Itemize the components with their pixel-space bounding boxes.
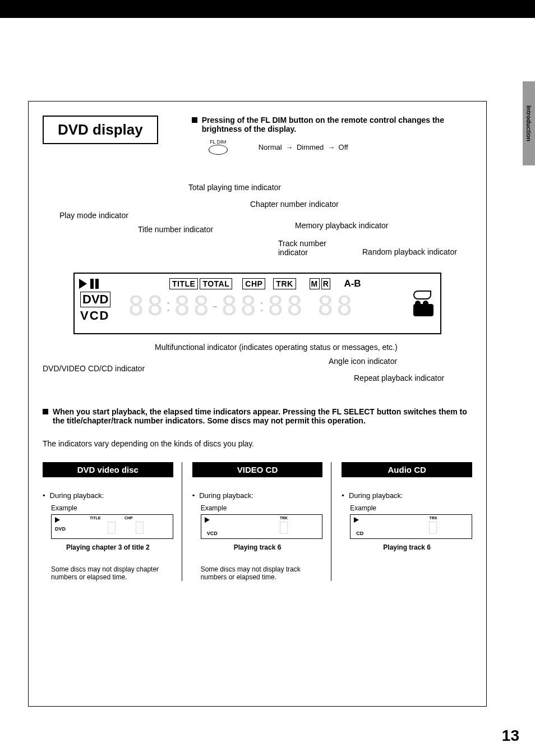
col-dvd-during: During playback: xyxy=(50,491,104,500)
play-icon xyxy=(79,279,87,289)
disc-type-columns: DVD video disc •During playback: Example… xyxy=(43,462,472,581)
play-icon xyxy=(55,517,60,523)
state-off: Off xyxy=(339,143,348,151)
panel-m: M xyxy=(310,278,320,289)
playback-note-text: When you start playback, the elapsed tim… xyxy=(53,407,472,425)
arrow-icon: → xyxy=(328,143,335,151)
col-vcd-note: Some discs may not display track numbers… xyxy=(201,565,323,581)
play-icon xyxy=(354,517,359,523)
panel-chp: CHP xyxy=(242,278,265,289)
sub-note: The indicators vary depending on the kin… xyxy=(43,439,472,448)
pause-icon xyxy=(90,279,99,289)
label-total-time: Total playing time indicator xyxy=(188,183,281,192)
arrow-icon: → xyxy=(285,143,293,151)
side-tab-label: Introduction xyxy=(525,105,532,141)
col-vcd-example: Example xyxy=(201,504,323,512)
camera-angle-icon xyxy=(413,304,433,316)
col-vcd-during: During playback: xyxy=(199,491,253,500)
side-tab: Introduction xyxy=(523,81,535,165)
col-dvd-caption: Playing chapter 3 of title 2 xyxy=(43,543,173,551)
display-panel: TITLE TOTAL CHP TRK M R A-B DVD VCD : - … xyxy=(73,273,441,334)
col-vcd-header: VIDEO CD xyxy=(192,462,323,477)
disc-type-labels: DVD VCD xyxy=(80,292,110,323)
col-cd-header: Audio CD xyxy=(342,462,472,477)
indicator-labels-bottom: Multifunctional indicator (indicates ope… xyxy=(43,334,472,385)
label-title-num: Title number indicator xyxy=(138,225,213,234)
col-dvd-note: Some discs may not display chapter numbe… xyxy=(51,565,173,581)
col-cd-during: During playback: xyxy=(349,491,403,500)
page-number: 13 xyxy=(502,727,519,745)
panel-ab: A-B xyxy=(344,278,361,289)
repeat-icon xyxy=(413,291,431,299)
state-dimmed: Dimmed xyxy=(297,143,324,151)
fl-dim-section: Pressing of the FL DIM button on the rem… xyxy=(192,116,472,155)
col-cd-caption: Playing track 6 xyxy=(342,543,472,551)
panel-trk: TRK xyxy=(273,278,296,289)
label-chapter-num: Chapter number indicator xyxy=(250,200,339,209)
playback-note: When you start playback, the elapsed tim… xyxy=(43,407,472,425)
fl-dim-button-icon xyxy=(209,145,228,155)
col-cd: Audio CD •During playback: Example TRK C… xyxy=(342,462,472,581)
panel-right-icons xyxy=(413,291,433,316)
panel-r: R xyxy=(321,278,331,289)
top-black-bar xyxy=(0,0,535,18)
col-vcd: VIDEO CD •During playback: Example TRK V… xyxy=(192,462,332,581)
indicator-labels-top: Total playing time indicator Chapter num… xyxy=(43,183,472,267)
label-memory: Memory playback indicator xyxy=(295,221,389,230)
col-dvd-display: TITLE CHP DVD xyxy=(51,514,173,539)
col-vcd-display: TRK VCD xyxy=(201,514,323,539)
panel-dvd: DVD xyxy=(80,292,110,307)
label-multifunc: Multifunctional indicator (indicates ope… xyxy=(155,343,340,352)
label-random: Random playback indicator xyxy=(362,247,457,256)
state-normal: Normal xyxy=(259,143,282,151)
col-dvd-header: DVD video disc xyxy=(43,462,173,477)
bullet-icon xyxy=(43,409,48,414)
page-title: DVD display xyxy=(43,116,158,144)
page-frame: DVD display Pressing of the FL DIM butto… xyxy=(28,101,487,707)
label-play-mode: Play mode indicator xyxy=(59,211,128,220)
panel-total: TOTAL xyxy=(200,278,232,289)
col-dvd-example: Example xyxy=(51,504,173,512)
fl-dim-button-label: FL DIM xyxy=(209,139,228,145)
fl-dim-diagram: FL DIM Normal → Dimmed → Off xyxy=(209,139,472,155)
label-track-num: Track numberindicator xyxy=(278,239,326,257)
play-icon xyxy=(205,517,210,523)
fl-dim-heading-text: Pressing of the FL DIM button on the rem… xyxy=(202,116,472,133)
label-angle: Angle icon indicator xyxy=(329,357,397,366)
panel-vcd: VCD xyxy=(80,308,110,323)
panel-title: TITLE xyxy=(169,278,198,289)
label-dvd-vcd-cd: DVD/VIDEO CD/CD indicator xyxy=(43,364,145,373)
col-cd-example: Example xyxy=(350,504,472,512)
col-cd-display: TRK CD xyxy=(350,514,472,539)
col-dvd: DVD video disc •During playback: Example… xyxy=(43,462,182,581)
label-repeat: Repeat playback indicator xyxy=(354,374,444,382)
col-vcd-caption: Playing track 6 xyxy=(192,543,323,551)
seven-segment-row: : - : xyxy=(128,292,352,320)
bullet-icon xyxy=(192,117,197,123)
